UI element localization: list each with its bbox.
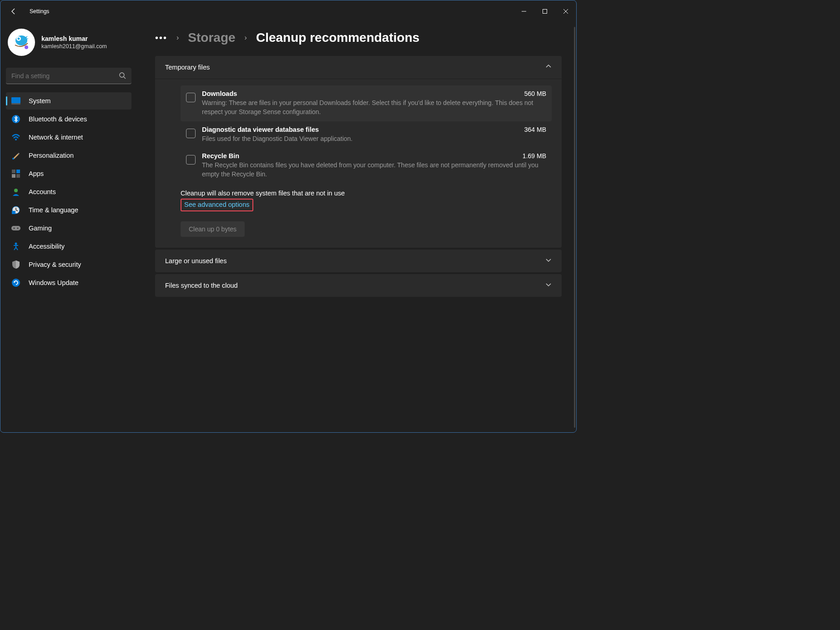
svg-point-7 — [25, 45, 28, 49]
accessibility-icon — [11, 242, 20, 251]
panel-cloud-files: Files synced to the cloud — [155, 274, 562, 297]
panel-title: Temporary files — [165, 64, 210, 71]
svg-point-26 — [14, 228, 15, 229]
panel-temporary-files: Temporary files Downloads 560 MB Warning… — [155, 56, 562, 248]
time-icon — [11, 205, 20, 215]
item-title: Recycle Bin — [202, 152, 239, 160]
panel-header-large-files[interactable]: Large or unused files — [155, 250, 562, 272]
svg-rect-25 — [11, 226, 20, 230]
nav-label: Windows Update — [29, 279, 79, 286]
window-controls — [513, 4, 576, 19]
nav-item-bluetooth[interactable]: Bluetooth & devices — [6, 110, 131, 128]
bluetooth-icon — [11, 115, 20, 124]
avatar — [8, 29, 35, 56]
svg-point-28 — [15, 243, 17, 245]
svg-point-14 — [12, 158, 14, 160]
item-size: 1.69 MB — [523, 152, 546, 160]
nav-label: Time & language — [29, 206, 78, 214]
nav-label: Personalization — [29, 152, 74, 159]
nav-label: System — [29, 97, 50, 105]
nav-list: System Bluetooth & devices Network & int… — [6, 92, 131, 291]
nav-item-apps[interactable]: Apps — [6, 165, 131, 182]
panel-header-temporary-files[interactable]: Temporary files — [155, 56, 562, 79]
close-button[interactable] — [555, 4, 576, 19]
item-title: Diagnostic data viewer database files — [202, 126, 319, 133]
cleanup-note: Cleanup will also remove system files th… — [181, 190, 552, 197]
clean-up-button[interactable]: Clean up 0 bytes — [181, 221, 245, 237]
search-input[interactable] — [6, 68, 131, 84]
apps-icon — [11, 169, 20, 178]
minimize-button[interactable] — [513, 4, 534, 19]
svg-point-29 — [12, 279, 20, 287]
chevron-down-icon — [545, 281, 552, 290]
chevron-up-icon — [545, 63, 552, 71]
item-title: Downloads — [202, 90, 237, 97]
nav-item-accounts[interactable]: Accounts — [6, 183, 131, 200]
back-button[interactable] — [10, 7, 18, 15]
panel-large-files: Large or unused files — [155, 250, 562, 272]
nav-label: Gaming — [29, 225, 52, 232]
nav-item-update[interactable]: Windows Update — [6, 274, 131, 291]
network-icon — [11, 133, 20, 142]
titlebar: Settings — [0, 0, 576, 22]
nav-label: Apps — [29, 170, 44, 177]
breadcrumb: ••• › Storage › Cleanup recommendations — [155, 30, 562, 45]
profile-name: kamlesh kumar — [41, 35, 107, 42]
svg-point-6 — [18, 38, 20, 40]
sidebar: kamlesh kumar kamlesh2011@gmail.com Syst… — [0, 22, 137, 432]
svg-point-19 — [14, 189, 18, 192]
svg-point-8 — [120, 73, 124, 77]
svg-point-13 — [15, 139, 17, 140]
cleanup-item-diagnostic[interactable]: Diagnostic data viewer database files 36… — [181, 121, 552, 148]
chevron-right-icon: › — [176, 34, 179, 42]
nav-item-network[interactable]: Network & internet — [6, 129, 131, 146]
window-title: Settings — [30, 8, 49, 15]
highlighted-link-box: See advanced options — [181, 199, 253, 211]
chevron-down-icon — [545, 257, 552, 265]
panel-title: Files synced to the cloud — [165, 282, 238, 289]
nav-item-accessibility[interactable]: Accessibility — [6, 238, 131, 255]
chevron-right-icon: › — [245, 34, 247, 42]
nav-label: Bluetooth & devices — [29, 115, 87, 123]
personalization-icon — [11, 151, 20, 160]
gaming-icon — [11, 224, 20, 233]
svg-rect-11 — [11, 103, 20, 105]
item-description: Files used for the Diagnostic Data Viewe… — [202, 134, 546, 143]
breadcrumb-ellipsis[interactable]: ••• — [155, 33, 167, 43]
svg-rect-15 — [12, 170, 15, 173]
breadcrumb-parent[interactable]: Storage — [188, 30, 235, 45]
nav-label: Accessibility — [29, 243, 65, 250]
checkbox-diagnostic[interactable] — [186, 129, 196, 138]
item-size: 364 MB — [524, 126, 546, 133]
see-advanced-options-link[interactable]: See advanced options — [184, 201, 250, 208]
svg-rect-17 — [12, 174, 15, 178]
item-description: The Recycle Bin contains files you have … — [202, 160, 546, 179]
svg-rect-10 — [11, 97, 20, 103]
scrollbar[interactable] — [574, 27, 575, 428]
panel-header-cloud-files[interactable]: Files synced to the cloud — [155, 274, 562, 297]
nav-item-gaming[interactable]: Gaming — [6, 220, 131, 237]
svg-rect-1 — [543, 10, 547, 14]
search-icon — [119, 72, 126, 81]
item-description: Warning: These are files in your persona… — [202, 98, 546, 117]
nav-item-time[interactable]: Time & language — [6, 201, 131, 219]
privacy-icon — [11, 260, 20, 269]
maximize-button[interactable] — [534, 4, 555, 19]
nav-label: Privacy & security — [29, 261, 81, 268]
svg-rect-18 — [16, 174, 20, 178]
checkbox-downloads[interactable] — [186, 93, 196, 102]
nav-item-personalization[interactable]: Personalization — [6, 147, 131, 164]
item-size: 560 MB — [524, 90, 546, 97]
profile-section[interactable]: kamlesh kumar kamlesh2011@gmail.com — [6, 26, 131, 64]
nav-item-system[interactable]: System — [6, 92, 131, 110]
svg-rect-24 — [12, 211, 15, 214]
cleanup-item-downloads[interactable]: Downloads 560 MB Warning: These are file… — [181, 85, 552, 121]
panel-title: Large or unused files — [165, 257, 226, 265]
nav-label: Network & internet — [29, 134, 83, 141]
profile-email: kamlesh2011@gmail.com — [41, 43, 107, 50]
nav-item-privacy[interactable]: Privacy & security — [6, 256, 131, 273]
accounts-icon — [11, 187, 20, 196]
checkbox-recyclebin[interactable] — [186, 155, 196, 165]
cleanup-item-recyclebin[interactable]: Recycle Bin 1.69 MB The Recycle Bin cont… — [181, 148, 552, 184]
svg-rect-16 — [16, 170, 20, 173]
